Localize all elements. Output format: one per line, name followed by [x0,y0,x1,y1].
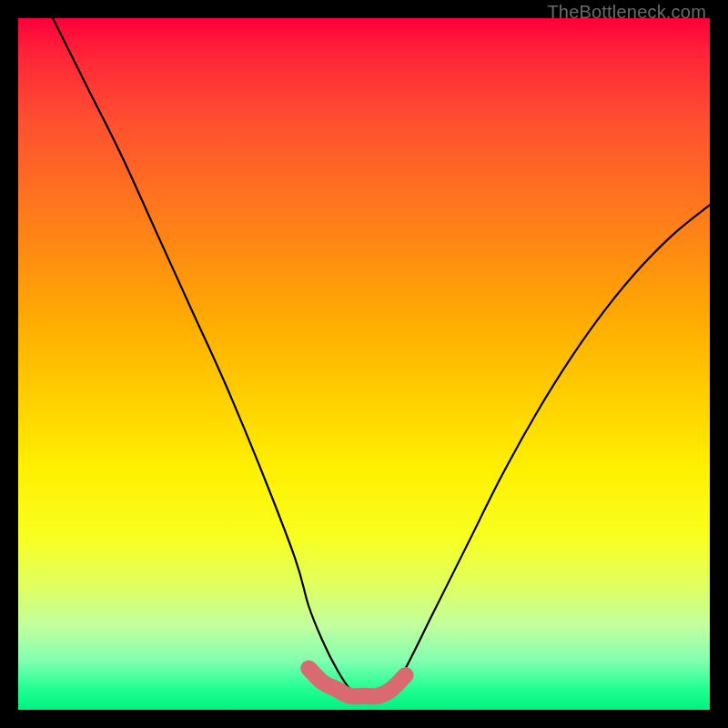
curve-svg [18,18,710,710]
plot-area [18,18,710,710]
trough-highlight [308,668,405,696]
watermark-text: TheBottleneck.com [547,2,706,23]
chart-frame: TheBottleneck.com [0,0,728,728]
data-curve [53,18,710,697]
